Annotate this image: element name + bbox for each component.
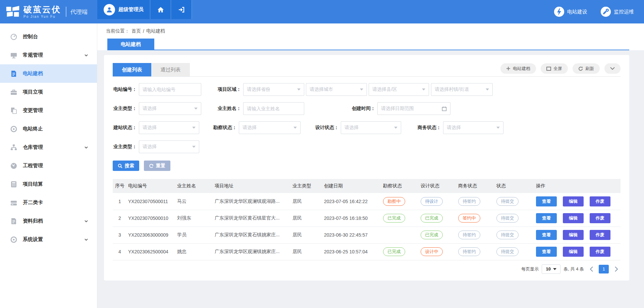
sidebar-item-general-management[interactable]: 常规管理 — [0, 46, 97, 64]
cell-owner: 马云 — [176, 193, 213, 210]
cell-type: 居民 — [291, 210, 323, 227]
brand-logo-icon — [5, 4, 20, 19]
col-business: 商务状态 — [457, 179, 495, 193]
wrench-icon — [601, 7, 611, 17]
void-button[interactable]: 作废 — [590, 196, 610, 206]
panel-header: 创建列表 通过列表 电站建档 全屏 刷新 — [113, 63, 621, 77]
top-header: 破茧云伏 Po Jian Yun Fu 代理端 超级管理员 — [0, 0, 644, 23]
edit-button[interactable]: 编辑 — [563, 247, 584, 257]
town-select[interactable]: 请选择村镇/街道 — [431, 83, 493, 96]
nav-station-construction[interactable]: 电站建设 — [554, 7, 587, 17]
refresh-icon — [578, 66, 583, 71]
view-button[interactable]: 查看 — [536, 230, 557, 240]
per-page-label: 每页显示 — [521, 266, 539, 272]
filter-business-status: 商务状态： 请选择 — [417, 121, 503, 134]
nav-monitoring-ops[interactable]: 监控运维 — [601, 7, 634, 17]
refresh-button[interactable]: 刷新 — [573, 63, 600, 74]
view-button[interactable]: 查看 — [536, 196, 557, 206]
tab-passed-list[interactable]: 通过列表 — [151, 63, 190, 76]
sidebar-item-warehouse-management[interactable]: 仓库管理 — [0, 138, 97, 157]
sidebar-item-type2-card[interactable]: 开二类卡 — [0, 193, 97, 212]
collapse-button[interactable] — [604, 63, 621, 74]
filter-row-1: 电站编号： 项目区域： 请选择省份 请选择城市 请选择县/区 请选择村镇/街道 — [113, 83, 621, 96]
sidebar-item-station-filing[interactable]: 电站建档 — [0, 64, 97, 83]
user-menu[interactable]: 超级管理员 — [97, 0, 150, 19]
col-created: 创建日期 — [323, 179, 382, 193]
sidebar-item-label: 电站建档 — [23, 70, 88, 77]
city-select[interactable]: 请选择城市 — [306, 83, 367, 96]
portal-label: 代理端 — [66, 7, 88, 17]
brand-text: 破茧云伏 Po Jian Yun Fu — [23, 5, 61, 18]
create-station-button[interactable]: 电站建档 — [500, 63, 536, 74]
caret-down-icon — [194, 108, 198, 110]
sidebar-item-label: 开二类卡 — [23, 199, 88, 206]
filter-owner-name: 业主姓名： — [217, 102, 304, 115]
sidebar-item-data-archive[interactable]: 资料归档 — [0, 212, 97, 230]
sidebar-item-change-management[interactable]: 变更管理 — [0, 101, 97, 120]
content-card: 创建列表 通过列表 电站建档 全屏 刷新 — [104, 55, 629, 281]
cell-address: 广东深圳龙华区黄石镇星官大... — [213, 210, 291, 227]
page-number-current[interactable]: 1 — [599, 265, 609, 273]
lightning-icon — [554, 7, 564, 17]
sidebar-item-engineering-management[interactable]: 工程管理 — [0, 157, 97, 175]
sidebar-item-project-settlement[interactable]: 项目结算 — [0, 175, 97, 193]
sidebar-item-system-settings[interactable]: 系统设置 — [0, 230, 97, 249]
cell-address: 广东深圳龙华区观澜镇姚家庄... — [213, 243, 291, 260]
page-tab-station-filing[interactable]: 电站建档 — [107, 39, 154, 50]
caret-down-icon — [422, 88, 425, 90]
fullscreen-button[interactable]: 全屏 — [541, 63, 568, 74]
breadcrumb-home[interactable]: 首页 — [131, 28, 141, 34]
view-button[interactable]: 查看 — [536, 247, 557, 257]
edit-button[interactable]: 编辑 — [563, 196, 584, 206]
per-page-select[interactable]: 10 — [542, 264, 560, 274]
design-status-label: 设计状态： — [315, 125, 339, 131]
copy-icon — [10, 107, 17, 114]
sidebar-item-station-termination[interactable]: 电站终止 — [0, 120, 97, 138]
total-count-label: 条, 共 4 条 — [564, 266, 584, 272]
logout-icon — [177, 6, 185, 14]
void-button[interactable]: 作废 — [590, 230, 610, 240]
prev-page-button[interactable] — [587, 265, 596, 273]
filter-row-3: 建站状态： 请选择 勘察状态： 请选择 设计状态： 请选择 商务状态： 请选择 — [113, 121, 621, 134]
build-status-select[interactable]: 请选择 — [139, 121, 199, 134]
owner-name-input[interactable] — [243, 102, 304, 115]
card-icon — [10, 199, 17, 206]
date-range-input[interactable]: 请选择日期范围 — [377, 102, 450, 115]
county-select[interactable]: 请选择县/区 — [369, 83, 429, 96]
design-status-select[interactable]: 请选择 — [341, 121, 401, 134]
survey-status-select[interactable]: 请选择 — [239, 121, 301, 134]
reset-button[interactable]: 重置 — [144, 161, 170, 171]
business-status-badge: 待签约 — [458, 247, 480, 256]
cell-code: YX2023070500010 — [127, 210, 176, 227]
tab-create-list[interactable]: 创建列表 — [113, 63, 151, 76]
owner-type2-select[interactable]: 请选择 — [139, 140, 199, 153]
cell-no: 1 — [113, 193, 127, 210]
cell-type: 居民 — [291, 193, 323, 210]
next-page-button[interactable] — [612, 265, 621, 273]
view-button[interactable]: 查看 — [536, 213, 557, 223]
void-button[interactable]: 作废 — [590, 213, 610, 223]
owner-type-select[interactable]: 请选择 — [139, 102, 201, 115]
nav-label: 电站建设 — [567, 9, 587, 15]
sidebar-item-project-initiation[interactable]: 项目立项 — [0, 83, 97, 101]
cell-owner: 刘强东 — [176, 210, 213, 227]
chevron-down-icon — [84, 53, 88, 57]
edit-button[interactable]: 编辑 — [563, 230, 584, 240]
chevron-left-icon — [590, 266, 593, 272]
breadcrumb-separator: / — [143, 28, 144, 34]
logout-button[interactable] — [171, 0, 192, 19]
calendar-icon — [442, 106, 447, 111]
breadcrumb-prefix: 当前位置： — [106, 28, 129, 34]
sidebar-item-console[interactable]: 控制台 — [0, 27, 97, 46]
business-status-select[interactable]: 请选择 — [443, 121, 503, 134]
edit-button[interactable]: 编辑 — [563, 213, 584, 223]
filter-owner-type-2: 业主类型： 请选择 — [113, 140, 199, 153]
province-select[interactable]: 请选择省份 — [243, 83, 304, 96]
home-button[interactable] — [150, 0, 171, 19]
search-button[interactable]: 搜索 — [113, 161, 139, 171]
station-code-input[interactable] — [139, 83, 201, 96]
void-button[interactable]: 作废 — [590, 247, 610, 257]
survey-status-badge: 勘察中 — [383, 197, 405, 206]
design-status-badge: 已完成 — [421, 214, 443, 223]
search-icon — [118, 164, 122, 168]
